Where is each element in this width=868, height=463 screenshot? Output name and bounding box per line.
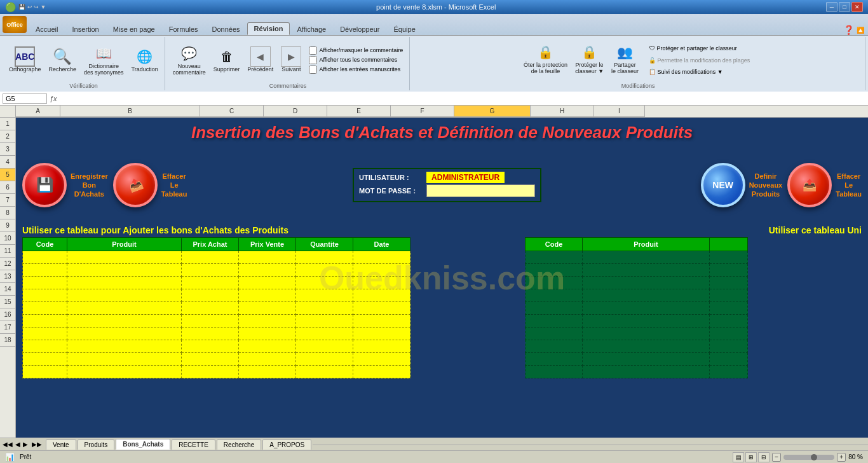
row-4[interactable]: 4: [0, 156, 15, 169]
restore-button[interactable]: □: [839, 2, 850, 12]
row-11[interactable]: 11: [0, 245, 15, 258]
zoom-slider[interactable]: [783, 455, 834, 460]
suivant-button[interactable]: ▶ Suivant: [278, 45, 304, 74]
corner-cell: [0, 106, 16, 117]
ribbon-minimize-icon[interactable]: 🔼: [857, 27, 864, 34]
right-table-row: [526, 302, 748, 315]
page-layout-button[interactable]: ⊞: [745, 452, 757, 462]
suivi-modifications-button[interactable]: 📋 Suivi des modifications ▼: [646, 67, 752, 76]
recherche-button[interactable]: 🔍 Recherche: [46, 45, 79, 74]
tab-developpeur[interactable]: Développeur: [333, 23, 386, 35]
col-header-b[interactable]: B: [60, 106, 200, 117]
tab-donnees[interactable]: Données: [205, 23, 247, 35]
traduction-button[interactable]: 🌐 Traduction: [129, 45, 161, 74]
row-18[interactable]: 18: [0, 334, 15, 347]
th-code[interactable]: Code: [23, 238, 67, 251]
tab-accueil[interactable]: Accueil: [29, 23, 65, 35]
row-6[interactable]: 6: [0, 181, 15, 194]
mot-de-passe-label: MOT DE PASSE :: [359, 187, 423, 195]
sheet-tab-apropos[interactable]: A_PROPOS: [262, 439, 311, 450]
tab-nav-left[interactable]: ◀◀: [3, 441, 13, 448]
tab-mise-en-page[interactable]: Mise en page: [106, 23, 162, 35]
help-icon[interactable]: ❓: [843, 25, 854, 35]
row-12[interactable]: 12: [0, 258, 15, 270]
ready-icon: 📊: [5, 453, 15, 462]
col-header-f[interactable]: F: [391, 106, 454, 117]
page-break-button[interactable]: ⊟: [758, 452, 770, 462]
afficher-tous-checkbox[interactable]: [309, 56, 317, 64]
th-date[interactable]: Date: [353, 238, 410, 251]
new-product-button[interactable]: NEW DefinirNouveauxProduits: [701, 163, 783, 207]
row-17[interactable]: 17: [0, 321, 15, 334]
tab-nav-right[interactable]: ▶▶: [32, 441, 42, 448]
th-produit[interactable]: Produit: [67, 238, 182, 251]
effacer2-button[interactable]: 📤 EffacerLeTableau: [787, 163, 862, 207]
th-prix-vente[interactable]: Prix Vente: [239, 238, 296, 251]
row-14[interactable]: 14: [0, 283, 15, 296]
tables-area: Code Produit Prix Achat Prix Vente Quant…: [16, 237, 868, 378]
effacer1-button[interactable]: 📤 EffacerLeTableau: [113, 163, 187, 207]
sheet-tab-bons-achats[interactable]: Bons_Achats: [116, 439, 170, 450]
row-5[interactable]: 5: [0, 169, 15, 181]
proteger-classeur-button[interactable]: 🔒 Protéger leclasseur ▼: [573, 41, 606, 76]
th-quantite[interactable]: Quantite: [296, 238, 353, 251]
save-button[interactable]: 💾 EnregistrerBonD'Achats: [22, 163, 108, 207]
tab-affichage[interactable]: Affichage: [290, 23, 333, 35]
col-header-i[interactable]: I: [594, 106, 645, 117]
formula-input[interactable]: [60, 95, 865, 102]
cell-reference[interactable]: [3, 93, 47, 104]
sheet-tab-recette[interactable]: RECETTE: [172, 439, 215, 450]
partager-classeur-button[interactable]: 👥 Partagerle classeur: [609, 41, 641, 76]
th-prix-achat[interactable]: Prix Achat: [182, 238, 239, 251]
tab-nav-prev[interactable]: ◀: [15, 441, 20, 448]
row-8[interactable]: 8: [0, 207, 15, 219]
permettre-modification-button[interactable]: 🔓 Permettre la modification des plages: [646, 56, 752, 65]
tab-equipe[interactable]: Équipe: [387, 23, 423, 35]
row-13[interactable]: 13: [0, 270, 15, 283]
sheet-title: Insertion des Bons d'Achats et Définitio…: [16, 120, 868, 145]
row-16[interactable]: 16: [0, 308, 15, 321]
zoom-in-button[interactable]: +: [837, 453, 846, 462]
tab-insertion[interactable]: Insertion: [65, 23, 105, 35]
proteger-partager-button[interactable]: 🛡 Protéger et partager le classeur: [646, 43, 752, 53]
col-header-d[interactable]: D: [264, 106, 327, 117]
col-header-a[interactable]: A: [16, 106, 60, 117]
col-header-e[interactable]: E: [327, 106, 391, 117]
row-10[interactable]: 10: [0, 232, 15, 245]
afficher-masquer-checkbox[interactable]: [309, 46, 317, 55]
tab-formules[interactable]: Formules: [162, 23, 205, 35]
row-2[interactable]: 2: [0, 130, 15, 143]
normal-view-button[interactable]: ▤: [733, 452, 744, 462]
th-right-produit[interactable]: Produit: [583, 238, 710, 251]
sheet-tab-recherche[interactable]: Recherche: [217, 439, 261, 450]
close-button[interactable]: ✕: [851, 2, 863, 12]
col-header-c[interactable]: C: [200, 106, 264, 117]
minimize-button[interactable]: ─: [826, 2, 837, 12]
th-right-code[interactable]: Code: [526, 238, 583, 251]
zoom-out-button[interactable]: −: [772, 453, 781, 462]
row-9[interactable]: 9: [0, 219, 15, 232]
row-1[interactable]: 1: [0, 118, 15, 130]
sheet-tab-produits[interactable]: Produits: [78, 439, 115, 450]
supprimer-button[interactable]: 🗑 Supprimer: [211, 45, 243, 74]
th-right-extra[interactable]: [710, 238, 748, 251]
table-row: [23, 328, 410, 340]
tab-revision[interactable]: Révision: [247, 22, 290, 35]
nouveau-commentaire-button[interactable]: 💬 Nouveaucommentaire: [170, 42, 208, 78]
mot-de-passe-input[interactable]: [426, 184, 535, 197]
col-header-h[interactable]: H: [531, 106, 594, 117]
sheet-tab-vente[interactable]: Vente: [46, 439, 76, 450]
row-3[interactable]: 3: [0, 143, 15, 156]
dictionnaire-button[interactable]: 📖 Dictionnairedes synonymes: [81, 42, 126, 78]
save-icon: 💾: [36, 177, 53, 193]
col-header-g[interactable]: G: [454, 106, 531, 117]
row-7[interactable]: 7: [0, 194, 15, 207]
right-table-row: [526, 353, 748, 366]
oter-protection-button[interactable]: 🔒 Ôter la protectionde la feuille: [521, 41, 570, 76]
row-15[interactable]: 15: [0, 296, 15, 308]
afficher-entrees-checkbox[interactable]: [309, 66, 317, 74]
office-button[interactable]: Office: [3, 16, 27, 33]
precedent-button[interactable]: ◀ Précédent: [245, 45, 276, 74]
orthographe-button[interactable]: ABC Orthographe: [6, 45, 44, 74]
tab-nav-next[interactable]: ▶: [23, 441, 28, 448]
